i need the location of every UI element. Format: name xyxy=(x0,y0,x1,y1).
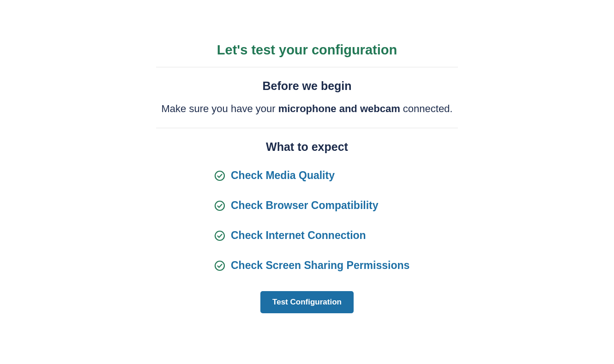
divider xyxy=(156,128,458,128)
check-label: Check Browser Compatibility xyxy=(231,199,379,212)
config-test-panel: Let's test your configuration Before we … xyxy=(156,0,458,313)
instruction-text: Make sure you have your microphone and w… xyxy=(156,103,458,115)
svg-point-0 xyxy=(215,171,224,180)
check-circle-icon xyxy=(214,230,225,241)
expect-heading: What to expect xyxy=(156,140,458,154)
check-circle-icon xyxy=(214,260,225,271)
svg-point-2 xyxy=(215,231,224,240)
svg-point-3 xyxy=(215,261,224,270)
button-wrap: Test Configuration xyxy=(156,291,458,313)
check-list: Check Media Quality Check Browser Compat… xyxy=(156,169,458,272)
check-item-browser: Check Browser Compatibility xyxy=(214,199,458,212)
check-circle-icon xyxy=(214,170,225,181)
check-item-screenshare: Check Screen Sharing Permissions xyxy=(214,259,458,272)
svg-point-1 xyxy=(215,201,224,210)
check-item-internet: Check Internet Connection xyxy=(214,229,458,242)
check-label: Check Media Quality xyxy=(231,169,335,182)
check-circle-icon xyxy=(214,200,225,211)
test-configuration-button[interactable]: Test Configuration xyxy=(260,291,354,313)
check-label: Check Internet Connection xyxy=(231,229,366,242)
instruction-bold: microphone and webcam xyxy=(278,103,400,114)
instruction-suffix: connected. xyxy=(400,103,453,114)
page-title: Let's test your configuration xyxy=(156,42,458,67)
instruction-prefix: Make sure you have your xyxy=(162,103,278,114)
check-label: Check Screen Sharing Permissions xyxy=(231,259,409,272)
before-heading: Before we begin xyxy=(156,79,458,93)
check-item-media: Check Media Quality xyxy=(214,169,458,182)
divider xyxy=(156,67,458,67)
